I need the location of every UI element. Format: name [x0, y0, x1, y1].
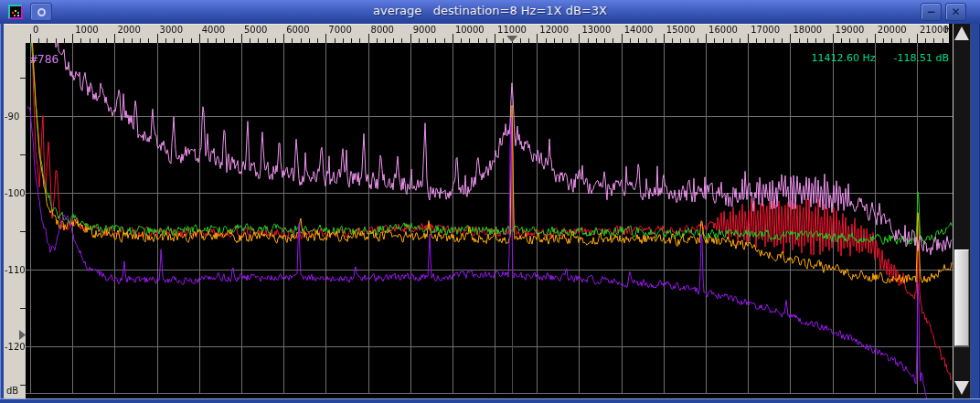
db-ruler[interactable] [4, 43, 26, 398]
average-window: average destination=8 Hz=1X dB=3X − ✕ #7… [0, 0, 980, 403]
close-icon: ✕ [951, 5, 960, 18]
spectrum-plot[interactable] [26, 43, 953, 398]
window-bottom-border [0, 398, 980, 403]
close-button[interactable]: ✕ [945, 3, 966, 21]
vertical-scrollbar[interactable] [953, 24, 971, 398]
scroll-down-icon[interactable] [954, 381, 969, 395]
window-title: average destination=8 Hz=1X dB=3X [0, 4, 980, 17]
spectrum-content: #786 11412.60 Hz -118.51 dB [4, 24, 971, 398]
cursor-frequency: 11412.60 Hz [811, 52, 875, 64]
cursor-level: -118.51 dB [894, 52, 949, 64]
scroll-up-icon[interactable] [954, 27, 969, 40]
scrollbar-thumb[interactable] [954, 249, 969, 347]
frequency-ruler[interactable] [4, 24, 949, 43]
titlebar[interactable]: average destination=8 Hz=1X dB=3X − ✕ [0, 0, 980, 24]
minimize-button[interactable]: − [921, 3, 942, 21]
cursor-readout: 11412.60 Hz -118.51 dB [811, 52, 949, 64]
average-counter: #786 [30, 52, 59, 66]
minimize-icon: − [926, 5, 935, 18]
